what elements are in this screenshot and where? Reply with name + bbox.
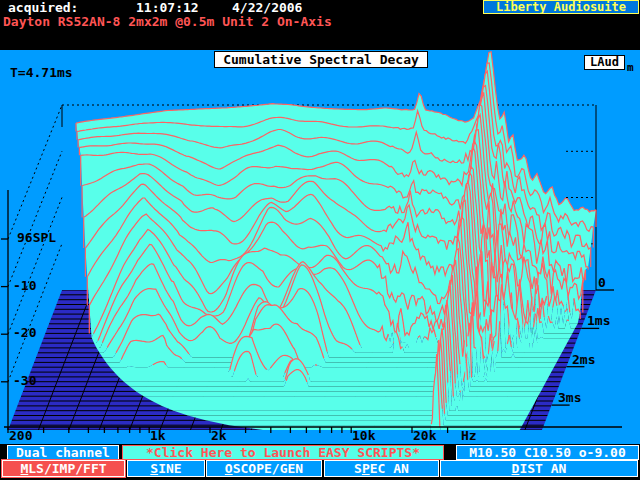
plot-title: Cumulative Spectral Decay	[214, 51, 428, 68]
laud-logo: LAud	[584, 55, 625, 70]
x-axis-unit: Hz	[461, 429, 477, 443]
spl-tick-label: 96SPL	[17, 231, 56, 245]
laud-logo-subscript: m	[627, 62, 634, 73]
channel-mode-box[interactable]: Dual channel	[7, 445, 119, 460]
button-sine[interactable]: SINE	[127, 460, 205, 477]
easy-scripts-launcher[interactable]: *Click Here to Launch EASY SCRIPTS*	[122, 445, 444, 460]
window-time-marker: T=4.71ms	[10, 66, 73, 80]
button-dist-an[interactable]: DIST AN	[440, 460, 638, 477]
x-tick-label: 200	[9, 429, 32, 443]
spl-tick-label: -30	[13, 374, 36, 388]
csd-waterfall-plot	[0, 0, 640, 480]
x-tick-label: 1k	[150, 429, 166, 443]
x-tick-label: 20k	[413, 429, 436, 443]
spl-tick-label: -20	[13, 326, 36, 340]
button-oscope-gen[interactable]: OSCOPE/GEN	[206, 460, 322, 477]
x-tick-label: 2k	[211, 429, 227, 443]
time-tick-label: 2ms	[572, 353, 595, 367]
level-settings-box[interactable]: M10.50 C10.50 o-9.00	[456, 445, 639, 460]
spl-tick-label: -10	[13, 279, 36, 293]
button-spec-an[interactable]: SPEC AN	[324, 460, 439, 477]
time-tick-label: 3ms	[558, 391, 581, 405]
button-mls-imp-fft[interactable]: MLS/IMP/FFT	[2, 460, 125, 477]
time-tick-label: 0	[598, 276, 606, 290]
x-tick-label: 10k	[352, 429, 375, 443]
time-tick-label: 1ms	[587, 314, 610, 328]
